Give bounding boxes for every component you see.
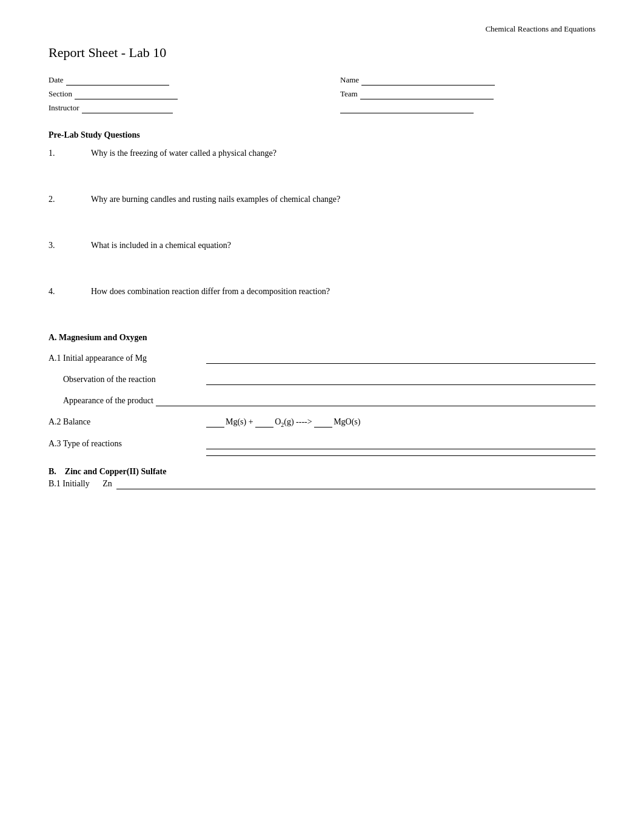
a3-field-1[interactable] [206,439,595,449]
name-field[interactable] [361,75,495,86]
date-field[interactable] [66,75,169,86]
question-4: 4. How does combination reaction differ … [49,287,595,297]
b1-zn-label: Zn [102,479,112,489]
name-label: Name [340,75,359,85]
date-label: Date [49,75,64,85]
appearance-label: Appearance of the product [49,396,153,406]
balance-blank-3[interactable] [314,417,332,428]
a2-row: A.2 Balance Mg(s) + O2(g) ----> MgO(s) [49,417,595,428]
section-label: Section [49,89,72,99]
question-4-number: 4. [49,287,91,297]
section-b-heading: B. Zinc and Copper(II) Sulfate [49,467,595,477]
observation-field[interactable] [206,375,595,385]
a3-field-2[interactable] [206,455,595,456]
balance-blank-2[interactable] [255,417,273,428]
a2-label: A.2 Balance [49,417,206,427]
observation-label: Observation of the reaction [49,375,206,384]
a3-row: A.3 Type of reactions [49,439,595,449]
a3-container: A.3 Type of reactions [49,439,595,456]
prelab-heading: Pre-Lab Study Questions [49,130,595,140]
question-1: 1. Why is the freezing of water called a… [49,149,595,158]
team-field[interactable] [360,89,494,99]
question-1-number: 1. [49,149,91,158]
question-3: 3. What is included in a chemical equati… [49,241,595,250]
question-2: 2. Why are burning candles and rusting n… [49,195,595,204]
appearance-row: Appearance of the product [49,396,595,406]
extra-field[interactable] [340,103,474,113]
balance-formula: Mg(s) + O2(g) ----> MgO(s) [206,417,360,428]
section-b-title: Zinc and Copper(II) Sulfate [65,467,167,476]
b1-label: B.1 Initially [49,479,90,489]
instructor-label: Instructor [49,103,79,113]
question-3-number: 3. [49,241,91,250]
a3-label: A.3 Type of reactions [49,439,206,449]
question-2-text: Why are burning candles and rusting nail… [91,195,595,204]
b1-field[interactable] [116,479,595,489]
report-title: Report Sheet - Lab 10 [49,45,595,61]
section-a-heading: A. Magnesium and Oxygen [49,333,595,343]
section-field[interactable] [75,89,178,99]
section-b-letter: B. [49,467,56,476]
instructor-field[interactable] [82,103,173,113]
team-label: Team [340,89,358,99]
a1-label: A.1 Initial appearance of Mg [49,354,206,363]
balance-blank-1[interactable] [206,417,224,428]
a1-row: A.1 Initial appearance of Mg [49,354,595,364]
question-4-text: How does combination reaction differ fro… [91,287,595,297]
question-1-text: Why is the freezing of water called a ph… [91,149,595,158]
b1-row: B.1 Initially Zn [49,479,595,489]
observation-row: Observation of the reaction [49,375,595,385]
section-b-container: B. Zinc and Copper(II) Sulfate B.1 Initi… [49,467,595,489]
appearance-field[interactable] [156,396,595,406]
a1-field[interactable] [206,354,595,364]
question-2-number: 2. [49,195,91,204]
question-3-text: What is included in a chemical equation? [91,241,595,250]
header-title: Chemical Reactions and Equations [49,24,595,34]
